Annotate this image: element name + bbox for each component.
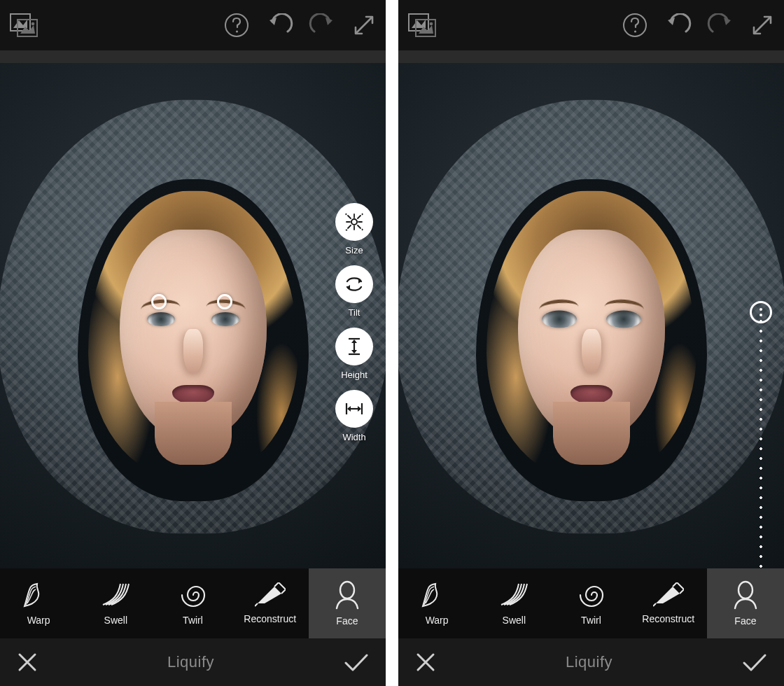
portrait-brow-left	[538, 298, 578, 309]
svg-point-27	[430, 22, 433, 26]
svg-line-22	[255, 603, 258, 606]
face-popover-tilt[interactable]: Tilt	[335, 265, 373, 318]
svg-point-9	[351, 219, 357, 225]
cancel-button[interactable]	[17, 652, 38, 673]
reconstruct-icon	[653, 582, 684, 608]
eye-ring-right[interactable]	[217, 294, 232, 309]
face-tool-popover: Size Tilt	[335, 203, 373, 442]
svg-marker-21	[358, 406, 361, 412]
tool-label: Swell	[104, 615, 127, 626]
svg-line-33	[653, 603, 656, 606]
mode-title: Liquify	[167, 653, 214, 671]
help-icon[interactable]	[622, 12, 648, 38]
svg-marker-20	[347, 406, 351, 412]
mode-title: Liquify	[566, 653, 612, 671]
topbar	[0, 0, 386, 50]
portrait-eye-right	[606, 311, 641, 328]
face-icon	[732, 580, 759, 610]
face-popover-label: Tilt	[349, 307, 360, 318]
svg-point-34	[738, 582, 752, 598]
svg-point-6	[236, 30, 238, 32]
face-popover-height[interactable]: Height	[335, 328, 373, 380]
screen-left: Size Tilt	[0, 0, 386, 686]
tool-label: Twirl	[183, 615, 203, 626]
height-icon	[335, 328, 373, 365]
face-slider[interactable]	[760, 316, 762, 568]
portrait-face	[120, 230, 267, 440]
image-compare-icon[interactable]	[408, 13, 436, 37]
face-popover-size[interactable]: Size	[335, 203, 373, 255]
face-popover-label: Width	[342, 432, 365, 442]
redo-icon[interactable]	[707, 13, 735, 37]
tool-reconstruct[interactable]: Reconstruct	[630, 568, 707, 638]
tool-swell[interactable]: Swell	[77, 568, 154, 638]
image-compare-icon[interactable]	[10, 13, 38, 37]
tool-label: Face	[734, 615, 756, 626]
tool-label: Warp	[426, 615, 449, 626]
portrait-eye-right	[211, 312, 239, 326]
tool-twirl[interactable]: Twirl	[154, 568, 231, 638]
twirl-icon	[577, 581, 606, 609]
portrait-eye-left	[147, 312, 175, 326]
liquify-tools: Warp Swell Twirl	[0, 568, 386, 638]
footer: Liquify	[0, 638, 386, 686]
sub-ribbon	[398, 50, 784, 63]
slider-track-icon	[760, 316, 762, 568]
tool-label: Swell	[503, 615, 526, 626]
tool-face[interactable]: Face	[707, 568, 784, 638]
undo-icon[interactable]	[265, 13, 293, 37]
face-icon	[334, 580, 360, 610]
screen-right: Warp Swell Twirl	[398, 0, 784, 686]
portrait-mouth	[172, 385, 214, 403]
tool-label: Warp	[27, 615, 50, 626]
canvas[interactable]	[398, 63, 784, 568]
eye-ring-left[interactable]	[151, 294, 167, 309]
svg-marker-16	[351, 350, 357, 354]
tool-warp[interactable]: Warp	[398, 568, 475, 638]
portrait-nose	[582, 329, 601, 374]
svg-point-3	[31, 22, 35, 26]
topbar	[398, 0, 784, 50]
slider-handle[interactable]	[750, 301, 772, 323]
face-popover-width[interactable]: Width	[335, 390, 373, 442]
tool-swell[interactable]: Swell	[475, 568, 552, 638]
tool-label: Face	[336, 615, 358, 626]
face-popover-label: Size	[345, 245, 363, 255]
tool-face[interactable]: Face	[309, 568, 386, 638]
svg-marker-15	[351, 340, 357, 343]
warp-icon	[421, 581, 452, 609]
portrait-neck	[155, 402, 232, 465]
portrait-eye-left	[542, 311, 577, 328]
swell-icon	[99, 581, 132, 609]
fullscreen-icon[interactable]	[750, 13, 774, 37]
width-icon	[335, 390, 373, 428]
redo-icon[interactable]	[309, 13, 337, 37]
size-icon	[335, 203, 373, 241]
portrait-nose	[183, 329, 203, 374]
reconstruct-icon	[255, 582, 286, 608]
tool-reconstruct[interactable]: Reconstruct	[232, 568, 309, 638]
footer: Liquify	[398, 638, 784, 686]
portrait-neck	[553, 402, 630, 465]
confirm-button[interactable]	[742, 652, 767, 672]
tool-label: Reconstruct	[244, 613, 296, 624]
fullscreen-icon[interactable]	[352, 13, 376, 37]
tool-label: Twirl	[581, 615, 601, 626]
warp-icon	[23, 581, 54, 609]
undo-icon[interactable]	[664, 13, 692, 37]
tool-twirl[interactable]: Twirl	[552, 568, 629, 638]
swell-icon	[498, 581, 530, 609]
confirm-button[interactable]	[344, 652, 369, 672]
svg-point-30	[634, 30, 636, 32]
tool-warp[interactable]: Warp	[0, 568, 77, 638]
portrait-mouth	[570, 385, 612, 403]
cancel-button[interactable]	[415, 652, 436, 673]
tilt-icon	[335, 265, 373, 303]
twirl-icon	[178, 581, 208, 609]
tool-label: Reconstruct	[642, 613, 694, 624]
help-icon[interactable]	[223, 12, 250, 38]
liquify-tools: Warp Swell Twirl	[398, 568, 784, 638]
svg-point-23	[340, 582, 354, 598]
canvas[interactable]: Size Tilt	[0, 63, 386, 568]
portrait-brow-right	[604, 298, 644, 309]
